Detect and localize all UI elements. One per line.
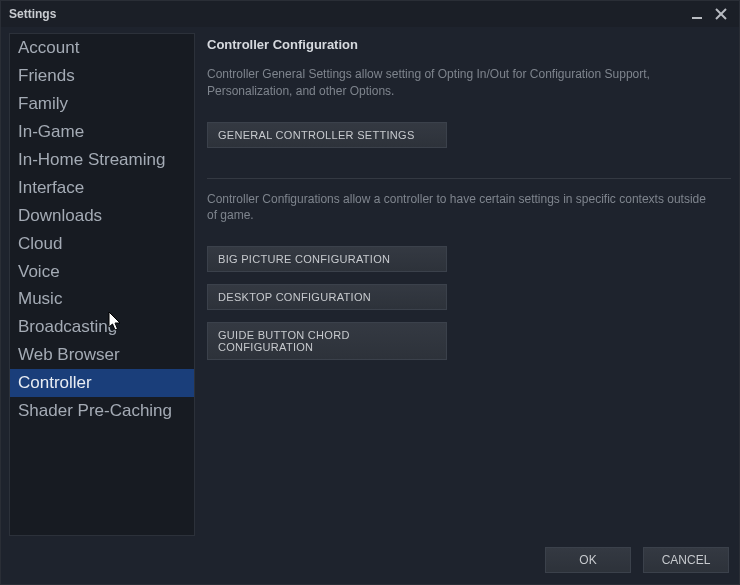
sidebar-item-web-browser[interactable]: Web Browser [10, 341, 194, 369]
sidebar-item-music[interactable]: Music [10, 285, 194, 313]
window-title: Settings [9, 7, 56, 21]
sidebar-item-broadcasting[interactable]: Broadcasting [10, 313, 194, 341]
section-divider [207, 178, 731, 179]
sidebar-item-in-home-streaming[interactable]: In-Home Streaming [10, 146, 194, 174]
settings-window: Settings Account Friends Family In-Game … [0, 0, 740, 585]
close-button[interactable] [711, 4, 731, 24]
minimize-button[interactable] [687, 4, 707, 24]
desktop-configuration-button[interactable]: DESKTOP CONFIGURATION [207, 284, 447, 310]
sidebar-item-interface[interactable]: Interface [10, 174, 194, 202]
sidebar-item-downloads[interactable]: Downloads [10, 202, 194, 230]
window-body: Account Friends Family In-Game In-Home S… [1, 27, 739, 536]
sidebar-item-voice[interactable]: Voice [10, 258, 194, 286]
cancel-button[interactable]: CANCEL [643, 547, 729, 573]
sidebar-item-friends[interactable]: Friends [10, 62, 194, 90]
minimize-icon [691, 8, 703, 20]
big-picture-configuration-button[interactable]: BIG PICTURE CONFIGURATION [207, 246, 447, 272]
titlebar: Settings [1, 1, 739, 27]
sidebar-item-family[interactable]: Family [10, 90, 194, 118]
close-icon [715, 8, 727, 20]
guide-button-chord-configuration-button[interactable]: GUIDE BUTTON CHORD CONFIGURATION [207, 322, 447, 360]
sidebar-item-account[interactable]: Account [10, 34, 194, 62]
configurations-description: Controller Configurations allow a contro… [207, 191, 707, 225]
sidebar-item-in-game[interactable]: In-Game [10, 118, 194, 146]
panel-heading: Controller Configuration [207, 37, 731, 52]
sidebar: Account Friends Family In-Game In-Home S… [9, 33, 195, 536]
sidebar-item-controller[interactable]: Controller [10, 369, 194, 397]
sidebar-item-cloud[interactable]: Cloud [10, 230, 194, 258]
main-panel: Controller Configuration Controller Gene… [207, 33, 731, 536]
sidebar-item-shader-pre-caching[interactable]: Shader Pre-Caching [10, 397, 194, 425]
footer: OK CANCEL [1, 536, 739, 584]
general-settings-description: Controller General Settings allow settin… [207, 66, 707, 100]
ok-button[interactable]: OK [545, 547, 631, 573]
general-controller-settings-button[interactable]: GENERAL CONTROLLER SETTINGS [207, 122, 447, 148]
